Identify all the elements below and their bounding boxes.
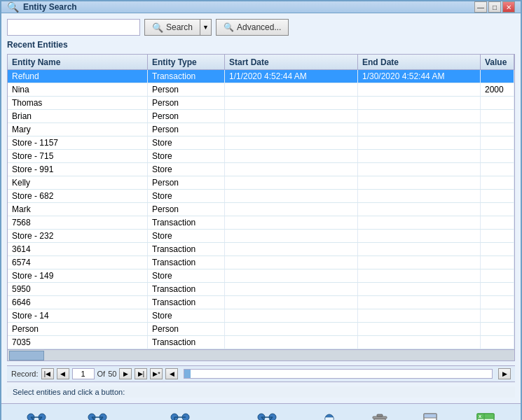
table-cell: Transaction [148,256,225,269]
section-label: Recent Entities [7,40,515,50]
table-row[interactable]: 6646Transaction [8,296,514,309]
table-row[interactable]: RefundTransaction1/1/2020 4:52:44 AM1/30… [8,70,514,83]
output-to-excel-button[interactable]: X Output to Excel [457,408,514,420]
table-cell [481,243,514,255]
table-cell [225,203,358,216]
table-row[interactable]: MaryPerson [8,123,514,136]
table-cell [358,270,481,282]
delete-entity-button[interactable]: Delete Entity [355,408,405,420]
record-number-input[interactable] [72,368,95,379]
table-cell: Person [148,203,225,216]
table-cell [358,296,481,309]
table-cell: Store [148,270,225,282]
table-row[interactable]: PersonPerson [8,323,514,336]
table-cell [481,216,514,229]
toolbar: All to Visualizer Selected Entities [1,403,521,420]
window-title: Entity Search [23,2,77,12]
table-row[interactable]: Store - 232Store [8,230,514,243]
table-cell [358,97,481,109]
one-degree-direct-button[interactable]: +1 +1 Degree, Only Direct Links [130,408,230,420]
maximize-button[interactable]: □ [488,1,501,13]
table-cell: Brian [8,110,148,122]
table-cell [358,203,481,216]
scroll-right-button[interactable]: ▶ [498,368,511,379]
one-degree-all-button[interactable]: +1 +1 Degree, All Links [231,408,303,420]
table-cell [225,283,358,295]
close-button[interactable]: ✕ [502,1,515,13]
table-row[interactable]: 7035Transaction [8,336,514,349]
next-record-button[interactable]: ▶ [119,368,132,379]
table-cell: Person [148,83,225,96]
table-cell: Store - 149 [8,270,148,282]
all-to-visualizer-button[interactable]: All to Visualizer [8,408,65,420]
prev-record-button[interactable]: ◀ [57,368,69,379]
table-row[interactable]: 3614Transaction [8,243,514,256]
window-icon: 🔍 [7,1,19,13]
first-record-button[interactable]: |◀ [41,368,54,379]
table-cell: Store [148,230,225,242]
table-row[interactable]: Store - 682Store [8,190,514,203]
table-row[interactable]: Store - 14Store [8,309,514,323]
table-row[interactable]: Store - 991Store [8,163,514,176]
search-bar: 🔍 Search ▼ 🔍 Advanced... [7,19,515,36]
table-cell: Transaction [148,216,225,229]
horizontal-scrollbar[interactable] [8,349,514,360]
table-cell [225,216,358,229]
table-row[interactable]: NinaPerson2000 [8,83,514,97]
table-cell [225,97,358,109]
record-label: Record: [11,370,39,378]
table-cell [225,230,358,242]
advanced-icon: 🔍 [224,22,234,32]
table-cell: Store [148,136,225,149]
table-cell [358,163,481,176]
progress-fill [184,370,191,378]
search-dropdown-arrow[interactable]: ▼ [200,19,212,36]
advanced-button[interactable]: 🔍 Advanced... [216,19,289,36]
scroll-left-button[interactable]: ◀ [165,368,178,379]
table-cell [225,256,358,269]
table-cell [481,150,514,162]
table-cell: Person [8,323,148,335]
new-record-button[interactable]: ▶* [150,368,163,379]
table-cell [481,309,514,322]
table-row[interactable]: ThomasPerson [8,97,514,110]
table-cell [481,203,514,216]
report-icon [420,412,442,420]
table-cell: 5950 [8,283,148,295]
search-button[interactable]: 🔍 Search [144,19,200,36]
table-cell [481,190,514,202]
table-cell: Store - 715 [8,150,148,162]
table-row[interactable]: Store - 149Store [8,270,514,283]
table-row[interactable]: Store - 715Store [8,150,514,163]
view-entity-button[interactable]: View Entity [305,408,354,420]
table-cell [481,270,514,282]
search-input[interactable] [7,19,140,36]
table-cell [225,190,358,202]
table-cell [481,256,514,269]
table-cell: Kelly [8,176,148,189]
table-row[interactable]: BrianPerson [8,110,514,123]
table-body[interactable]: RefundTransaction1/1/2020 4:52:44 AM1/30… [8,70,514,349]
selected-entities-button[interactable]: Selected Entities [67,408,129,420]
table-cell: Transaction [148,283,225,295]
table-row[interactable]: 5950Transaction [8,283,514,296]
table-cell [358,190,481,202]
report-button[interactable]: Report [406,408,455,420]
horiz-scroll-thumb[interactable] [9,351,44,360]
table-row[interactable]: KellyPerson [8,176,514,190]
minimize-button[interactable]: — [474,1,487,13]
table-cell [481,176,514,189]
table-cell: Person [148,110,225,122]
output-to-excel-icon: X [474,412,497,420]
col-end-date: End Date [358,55,481,69]
table-row[interactable]: Store - 1157Store [8,136,514,150]
last-record-button[interactable]: ▶| [135,368,147,379]
delete-entity-icon [369,412,391,420]
table-cell: Transaction [148,296,225,309]
table-row[interactable]: 7568Transaction [8,216,514,230]
table-cell [481,70,514,83]
table-cell: 7568 [8,216,148,229]
table-row[interactable]: 6574Transaction [8,256,514,270]
table-row[interactable]: MarkPerson [8,203,514,216]
table-cell: 3614 [8,243,148,255]
